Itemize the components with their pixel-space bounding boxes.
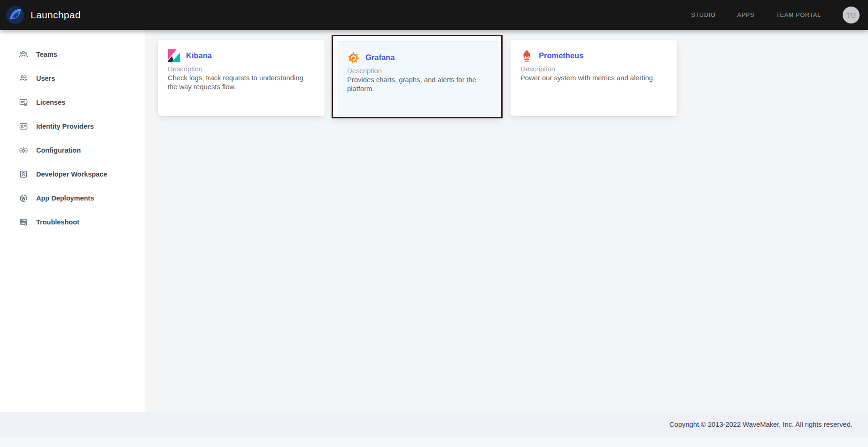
configuration-icon xyxy=(19,146,28,155)
sidebar-item-label: Troubleshoot xyxy=(36,218,79,226)
brand[interactable]: Launchpad xyxy=(6,6,81,24)
sidebar-item-configuration[interactable]: Configuration xyxy=(0,138,145,162)
nav-team-portal[interactable]: TEAM PORTAL xyxy=(776,12,821,18)
description-text: Power our system with metrics and alerti… xyxy=(520,74,667,83)
sidebar-item-label: Teams xyxy=(36,51,57,58)
app-card-kibana[interactable]: Kibana Description Check logs, track req… xyxy=(158,40,325,116)
footer: Copyright © 2013-2022 WaveMaker, Inc. Al… xyxy=(0,412,868,437)
sidebar-item-app-deployments[interactable]: App Deployments xyxy=(0,186,145,210)
sidebar-item-users[interactable]: Users xyxy=(0,66,145,90)
sidebar-item-identity-providers[interactable]: Identity Providers xyxy=(0,114,145,138)
app-title-link[interactable]: Prometheus xyxy=(539,51,583,60)
description-text: Provides charts, graphs, and alerts for … xyxy=(347,76,490,93)
troubleshoot-icon xyxy=(19,217,28,227)
sidebar-item-label: Users xyxy=(36,75,55,82)
sidebar-item-licenses[interactable]: Licenses xyxy=(0,90,145,114)
description-label: Description xyxy=(168,65,315,73)
sidebar-item-label: Identity Providers xyxy=(36,123,93,130)
sidebar-list: Teams Users Licenses xyxy=(0,30,145,234)
description-text: Check logs, track requests to understand… xyxy=(168,74,315,92)
app-card-prometheus[interactable]: Prometheus Description Power our system … xyxy=(511,40,677,116)
nav-studio[interactable]: STUDIO xyxy=(691,12,716,18)
description-label: Description xyxy=(347,67,490,75)
sidebar-item-label: Developer Workspace xyxy=(36,170,107,178)
card-head: Prometheus xyxy=(511,40,677,62)
wavemaker-logo-icon xyxy=(6,6,24,24)
developer-workspace-icon xyxy=(19,170,28,179)
app-title-link[interactable]: Kibana xyxy=(186,51,212,60)
avatar-initials: TU xyxy=(846,11,856,19)
topnav: STUDIO APPS TEAM PORTAL TU xyxy=(691,7,868,23)
page-bottom-strip xyxy=(0,437,868,447)
sidebar-item-teams[interactable]: Teams xyxy=(0,42,145,66)
licenses-icon xyxy=(19,98,28,107)
app-title-link[interactable]: Grafana xyxy=(365,53,395,62)
app-card-grafana[interactable]: Grafana Description Provides charts, gra… xyxy=(337,41,500,116)
kibana-logo-icon xyxy=(168,49,180,62)
main-content: Kibana Description Check logs, track req… xyxy=(145,30,868,412)
copyright-text: Copyright © 2013-2022 WaveMaker, Inc. Al… xyxy=(669,421,852,428)
sidebar: Teams Users Licenses xyxy=(0,30,145,412)
card-head: Grafana xyxy=(337,42,500,64)
prometheus-logo-icon xyxy=(520,49,533,62)
description-label: Description xyxy=(520,65,667,73)
sidebar-item-troubleshoot[interactable]: Troubleshoot xyxy=(0,210,145,234)
users-icon xyxy=(19,74,28,83)
sidebar-item-label: Configuration xyxy=(36,146,81,154)
identity-providers-icon xyxy=(19,122,28,131)
card-head: Kibana xyxy=(158,40,325,62)
app-deployments-icon xyxy=(19,193,28,203)
sidebar-item-label: App Deployments xyxy=(36,194,94,202)
topbar: Launchpad STUDIO APPS TEAM PORTAL TU xyxy=(0,0,868,30)
selection-highlight-box: Grafana Description Provides charts, gra… xyxy=(332,35,503,118)
sidebar-item-label: Licenses xyxy=(36,99,65,106)
page-title: Launchpad xyxy=(31,9,81,21)
grafana-logo-icon xyxy=(347,51,360,64)
teams-icon xyxy=(19,50,28,59)
sidebar-item-developer-workspace[interactable]: Developer Workspace xyxy=(0,162,145,186)
avatar[interactable]: TU xyxy=(843,7,860,23)
nav-apps[interactable]: APPS xyxy=(737,12,755,18)
